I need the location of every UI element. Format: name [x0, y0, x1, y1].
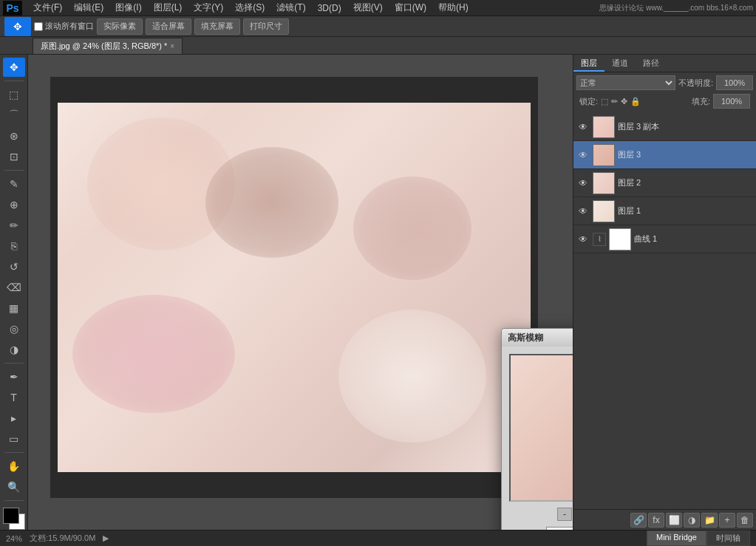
layer-visibility-3-copy[interactable]: 👁 [576, 120, 590, 134]
channels-tab[interactable]: 通道 [605, 55, 636, 72]
gaussian-preview-image [509, 354, 573, 502]
type-btn[interactable]: T [3, 388, 25, 407]
opacity-input[interactable] [716, 75, 753, 90]
crop-tool-btn[interactable]: ⊡ [3, 147, 25, 166]
doc-info: 文档:15.9M/90.0M [30, 533, 95, 544]
hand-btn[interactable]: ✋ [3, 457, 25, 476]
bottom-tabs: Mini Bridge 时间轴 [647, 530, 750, 546]
lasso-tool-btn[interactable]: ⌒ [3, 106, 25, 125]
radius-label: 半径(R): [509, 528, 542, 530]
arrow-btn[interactable]: ▶ [103, 533, 109, 543]
status-bar: 24% 文档:15.9M/90.0M ▶ Mini Bridge 时间轴 [0, 530, 756, 546]
layer-mask-btn[interactable]: ⬜ [666, 513, 682, 528]
layers-list: 👁 图层 3 副本 👁 图层 3 👁 图层 2 👁 图层 1 [573, 113, 756, 509]
layers-tab[interactable]: 图层 [573, 55, 605, 72]
print-size-button[interactable]: 打印尺寸 [243, 18, 289, 35]
move-tool-btn[interactable]: ✥ [3, 58, 25, 77]
menu-help[interactable]: 帮助(H) [433, 0, 474, 16]
layer-delete-btn[interactable]: 🗑 [737, 513, 753, 528]
menu-filter[interactable]: 滤镜(T) [271, 0, 310, 16]
layer-visibility-3[interactable]: 👁 [576, 149, 590, 162]
layer-name-3-copy: 图层 3 副本 [618, 121, 753, 132]
fill-input[interactable] [713, 94, 750, 109]
layer-new-btn[interactable]: + [719, 513, 735, 528]
layer-visibility-curves[interactable]: 👁 [576, 233, 590, 246]
layer-thumbnail-3 [593, 144, 615, 166]
tab-close-button[interactable]: × [170, 42, 174, 50]
history-brush-btn[interactable]: ↺ [3, 257, 25, 276]
layer-visibility-2[interactable]: 👁 [576, 177, 590, 190]
gradient-btn[interactable]: ▦ [3, 298, 25, 318]
brush-tool-btn[interactable]: ✏ [3, 216, 25, 235]
quick-select-btn[interactable]: ⊛ [3, 126, 25, 146]
options-toolbar: ✥ 滚动所有窗口 实际像素 适合屏幕 填充屏幕 打印尺寸 [0, 16, 756, 37]
radius-input[interactable] [546, 527, 573, 530]
dodge-btn[interactable]: ◑ [3, 340, 25, 359]
layer-fx-btn[interactable]: fx [648, 513, 664, 528]
eraser-btn[interactable]: ⌫ [3, 278, 25, 297]
lock-paint-icon[interactable]: ✏ [611, 97, 618, 106]
layer-item-3[interactable]: 👁 图层 3 [573, 141, 756, 169]
menu-3d[interactable]: 3D(D) [313, 1, 347, 15]
path-select-btn[interactable]: ▸ [3, 409, 25, 428]
shape-btn[interactable]: ▭ [3, 429, 25, 448]
menu-file[interactable]: 文件(F) [28, 0, 67, 16]
layer-group-btn[interactable]: 📁 [701, 513, 718, 528]
color-boxes[interactable] [3, 508, 25, 530]
blend-mode-select[interactable]: 正常 [576, 75, 675, 90]
menu-edit[interactable]: 编辑(E) [69, 0, 109, 16]
blend-mode-row: 正常 不透明度: [576, 75, 753, 90]
layer-item-3-copy[interactable]: 👁 图层 3 副本 [573, 113, 756, 141]
lock-all-icon[interactable]: 🔒 [630, 97, 641, 106]
layer-adjustment-btn[interactable]: ◑ [684, 513, 700, 528]
layer-thumbnail-1 [593, 200, 615, 222]
dialog-content: - 100% + 半径(R): 像素 确定 取消 [502, 347, 573, 530]
radius-row: 半径(R): 像素 [509, 527, 573, 530]
lock-label: 锁定: [579, 96, 598, 107]
lock-move-icon[interactable]: ✥ [621, 97, 627, 106]
marquee-tool-btn[interactable]: ⬚ [3, 85, 25, 104]
timeline-tab[interactable]: 时间轴 [706, 530, 750, 546]
layer-item-1[interactable]: 👁 图层 1 [573, 197, 756, 225]
clone-stamp-btn[interactable]: ⎘ [3, 236, 25, 256]
menu-view[interactable]: 视图(V) [348, 0, 388, 16]
healing-brush-btn[interactable]: ⊕ [3, 195, 25, 214]
fit-screen-button[interactable]: 适合屏幕 [146, 18, 191, 35]
paths-tab[interactable]: 路径 [636, 55, 667, 72]
zoom-btn[interactable]: 🔍 [3, 477, 25, 496]
menu-bar: Ps 文件(F) 编辑(E) 图像(I) 图层(L) 文字(Y) 选择(S) 滤… [0, 0, 756, 16]
layer-thumbnail-curves [609, 228, 631, 250]
mini-bridge-tab[interactable]: Mini Bridge [647, 530, 706, 546]
zoom-controls: - 100% + [509, 508, 573, 521]
dialog-title-bar[interactable]: 高斯模糊 × [502, 329, 573, 347]
layer-item-curves-1[interactable]: 👁 ⌇ 曲线 1 [573, 225, 756, 253]
panel-tabs: 图层 通道 路径 [573, 55, 756, 72]
tool-separator-4 [4, 452, 24, 453]
dialog-inner: - 100% + 半径(R): 像素 确定 取消 [509, 354, 573, 530]
pen-btn[interactable]: ✒ [3, 367, 25, 386]
canvas-background [50, 77, 538, 498]
actual-pixels-button[interactable]: 实际像素 [97, 18, 143, 35]
menu-window[interactable]: 窗口(W) [389, 0, 432, 16]
scroll-all-windows-checkbox[interactable]: 滚动所有窗口 [34, 21, 94, 32]
move-tool[interactable]: ✥ [4, 17, 31, 36]
blur-btn[interactable]: ◎ [3, 319, 25, 338]
document-tab[interactable]: 原图.jpg @ 24% (图层 3, RGB/8*) * × [33, 38, 183, 54]
menu-image[interactable]: 图像(I) [110, 0, 146, 16]
scroll-all-checkbox[interactable] [34, 22, 43, 31]
fill-screen-button[interactable]: 填充屏幕 [194, 18, 240, 35]
menu-select[interactable]: 选择(S) [230, 0, 270, 16]
lock-transparent-icon[interactable]: ⬚ [601, 97, 608, 106]
canvas-blob-3 [72, 295, 235, 413]
layer-name-2: 图层 2 [618, 177, 753, 188]
menu-layer[interactable]: 图层(L) [149, 0, 188, 16]
eyedropper-btn[interactable]: ✎ [3, 174, 25, 194]
zoom-out-btn[interactable]: - [557, 508, 572, 521]
menu-text[interactable]: 文字(Y) [188, 0, 228, 16]
foreground-color[interactable] [3, 508, 19, 524]
layer-link-btn[interactable]: 🔗 [630, 513, 647, 528]
layer-item-2[interactable]: 👁 图层 2 [573, 169, 756, 197]
dialog-left: - 100% + 半径(R): 像素 [509, 354, 573, 530]
layer-visibility-1[interactable]: 👁 [576, 205, 590, 218]
layer-name-3: 图层 3 [618, 149, 753, 160]
